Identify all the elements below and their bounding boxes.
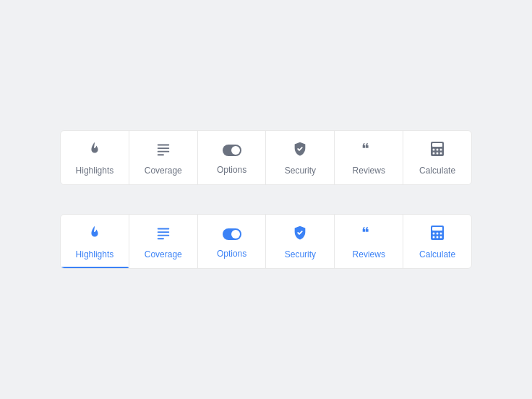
svg-point-13	[437, 153, 439, 155]
flame-icon-blue	[87, 225, 103, 245]
toggle-icon-gray	[223, 142, 241, 160]
tab-options-blue[interactable]: Options	[198, 215, 267, 268]
svg-point-20	[231, 230, 240, 239]
list-icon-blue	[155, 225, 171, 245]
calculator-icon-blue	[430, 225, 445, 245]
flame-icon-gray	[87, 141, 103, 161]
tab-coverage-gray[interactable]: Coverage	[129, 131, 198, 184]
tab-calculate-blue[interactable]: Calculate	[403, 215, 471, 268]
svg-point-11	[440, 149, 442, 151]
svg-point-28	[437, 236, 439, 239]
quote-icon-gray: ❝	[361, 141, 377, 161]
tab-coverage-blue[interactable]: Coverage	[129, 215, 198, 268]
quote-icon-blue: ❝	[361, 225, 377, 245]
tab-label-reviews-blue: Reviews	[353, 249, 385, 259]
tab-reviews-blue[interactable]: ❝ Reviews	[335, 215, 403, 268]
tab-highlights-blue[interactable]: Highlights	[61, 215, 129, 268]
tab-label-security-gray: Security	[285, 166, 316, 176]
tab-label-highlights-gray: Highlights	[76, 166, 114, 176]
tab-label-calculate-gray: Calculate	[419, 166, 455, 176]
tab-security-gray[interactable]: Security	[266, 131, 335, 184]
toggle-icon-blue	[223, 226, 241, 244]
tab-options-gray[interactable]: Options	[198, 131, 267, 184]
tab-security-blue[interactable]: Security	[266, 215, 335, 268]
svg-point-9	[433, 149, 435, 151]
tab-label-highlights-blue: Highlights	[76, 249, 114, 259]
svg-rect-1	[157, 147, 169, 149]
svg-rect-17	[157, 235, 169, 236]
svg-point-25	[437, 233, 439, 235]
tab-label-coverage-gray: Coverage	[145, 166, 182, 176]
page-wrapper: Highlights Coverage Options	[60, 130, 472, 269]
tab-label-calculate-blue: Calculate	[419, 249, 455, 259]
svg-point-10	[437, 149, 439, 151]
shield-icon-gray	[292, 141, 308, 161]
tab-label-options-blue: Options	[217, 249, 246, 259]
svg-point-29	[440, 236, 442, 239]
svg-rect-8	[432, 143, 442, 147]
svg-point-14	[440, 153, 442, 155]
tab-label-reviews-gray: Reviews	[353, 166, 385, 176]
spacer	[60, 185, 472, 214]
shield-icon-blue	[292, 225, 308, 245]
tab-calculate-gray[interactable]: Calculate	[403, 131, 471, 184]
tab-reviews-gray[interactable]: ❝ Reviews	[335, 131, 403, 184]
tab-bar-blue: Highlights Coverage Options	[60, 214, 472, 269]
svg-text:❝: ❝	[361, 141, 369, 157]
svg-point-24	[433, 233, 435, 235]
tab-label-options-gray: Options	[217, 165, 246, 175]
svg-rect-3	[157, 154, 163, 155]
svg-rect-0	[157, 145, 169, 146]
svg-point-5	[231, 146, 240, 155]
svg-rect-16	[157, 231, 169, 233]
svg-point-27	[433, 236, 435, 239]
svg-point-26	[440, 233, 442, 235]
tab-bar-gray: Highlights Coverage Options	[60, 130, 472, 185]
svg-rect-23	[432, 227, 442, 231]
tab-label-coverage-blue: Coverage	[145, 249, 182, 259]
tab-label-security-blue: Security	[285, 249, 316, 259]
svg-point-12	[433, 153, 435, 155]
svg-text:❝: ❝	[361, 225, 369, 241]
svg-rect-15	[157, 228, 169, 230]
calculator-icon-gray	[430, 141, 445, 161]
svg-rect-2	[157, 151, 169, 153]
svg-rect-18	[157, 238, 163, 239]
tab-highlights-gray[interactable]: Highlights	[61, 131, 129, 184]
list-icon-gray	[155, 141, 171, 161]
